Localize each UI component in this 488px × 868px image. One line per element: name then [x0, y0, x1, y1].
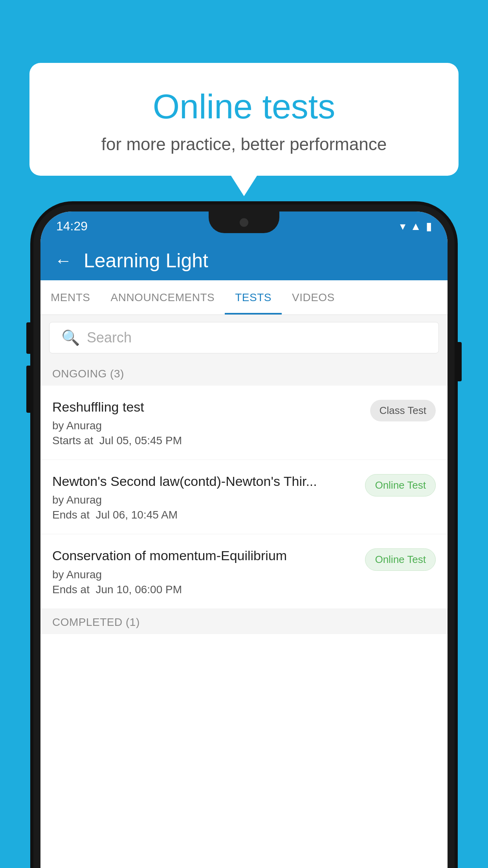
tests-list: Reshuffling test by Anurag Starts at Jul…: [40, 386, 448, 868]
volume-up-button: [26, 322, 31, 354]
test-badge-reshuffling: Class Test: [370, 400, 436, 421]
volume-down-button: [26, 366, 31, 413]
test-time-conservation: Ends at Jun 10, 06:00 PM: [52, 583, 357, 596]
test-info-reshuffling: Reshuffling test by Anurag Starts at Jul…: [52, 398, 362, 447]
battery-icon: ▮: [426, 220, 432, 233]
test-item-newton[interactable]: Newton's Second law(contd)-Newton's Thir…: [40, 460, 448, 534]
tab-announcements[interactable]: ANNOUNCEMENTS: [101, 280, 225, 314]
ongoing-section-header: ONGOING (3): [40, 360, 448, 386]
completed-label: COMPLETED (1): [52, 616, 140, 628]
bubble-subtitle: for more practice, better performance: [61, 134, 427, 154]
status-icons: ▾ ▲ ▮: [400, 220, 432, 233]
search-container: 🔍 Search: [40, 315, 448, 360]
completed-section-header: COMPLETED (1): [40, 609, 448, 634]
test-badge-conservation: Online Test: [365, 548, 436, 571]
test-name-newton: Newton's Second law(contd)-Newton's Thir…: [52, 473, 357, 490]
bubble-title: Online tests: [61, 86, 427, 127]
tab-videos[interactable]: VIDEOS: [282, 280, 345, 314]
test-info-newton: Newton's Second law(contd)-Newton's Thir…: [52, 473, 357, 521]
ongoing-label: ONGOING (3): [52, 368, 124, 380]
app-bar: ← Learning Light: [40, 241, 448, 280]
test-time-reshuffling: Starts at Jul 05, 05:45 PM: [52, 434, 362, 447]
speech-bubble-container: Online tests for more practice, better p…: [29, 63, 459, 176]
test-badge-newton: Online Test: [365, 474, 436, 497]
search-box[interactable]: 🔍 Search: [49, 322, 439, 353]
back-button[interactable]: ←: [55, 251, 72, 270]
tab-ments[interactable]: MENTS: [40, 280, 101, 314]
test-info-conservation: Conservation of momentum-Equilibrium by …: [52, 547, 357, 596]
status-time: 14:29: [56, 219, 88, 234]
camera: [240, 218, 248, 227]
test-author-conservation: by Anurag: [52, 568, 357, 581]
tabs-bar: MENTS ANNOUNCEMENTS TESTS VIDEOS: [40, 280, 448, 315]
signal-icon: ▲: [410, 220, 421, 233]
test-item-conservation[interactable]: Conservation of momentum-Equilibrium by …: [40, 534, 448, 609]
test-item-reshuffling[interactable]: Reshuffling test by Anurag Starts at Jul…: [40, 386, 448, 460]
phone-screen: 14:29 ▾ ▲ ▮ ← Learning Light MENTS ANNOU…: [40, 211, 448, 868]
search-placeholder: Search: [87, 329, 132, 346]
speech-bubble: Online tests for more practice, better p…: [29, 63, 459, 176]
test-time-newton: Ends at Jul 06, 10:45 AM: [52, 509, 357, 521]
notch: [209, 211, 279, 233]
tab-tests[interactable]: TESTS: [225, 280, 282, 314]
phone-frame: 14:29 ▾ ▲ ▮ ← Learning Light MENTS ANNOU…: [33, 204, 455, 868]
wifi-icon: ▾: [400, 220, 405, 233]
power-button: [457, 342, 462, 381]
test-name-reshuffling: Reshuffling test: [52, 398, 362, 416]
test-author-reshuffling: by Anurag: [52, 419, 362, 432]
test-author-newton: by Anurag: [52, 494, 357, 506]
status-bar: 14:29 ▾ ▲ ▮: [40, 211, 448, 241]
search-icon: 🔍: [61, 329, 80, 346]
test-name-conservation: Conservation of momentum-Equilibrium: [52, 547, 357, 564]
app-title: Learning Light: [84, 249, 208, 272]
